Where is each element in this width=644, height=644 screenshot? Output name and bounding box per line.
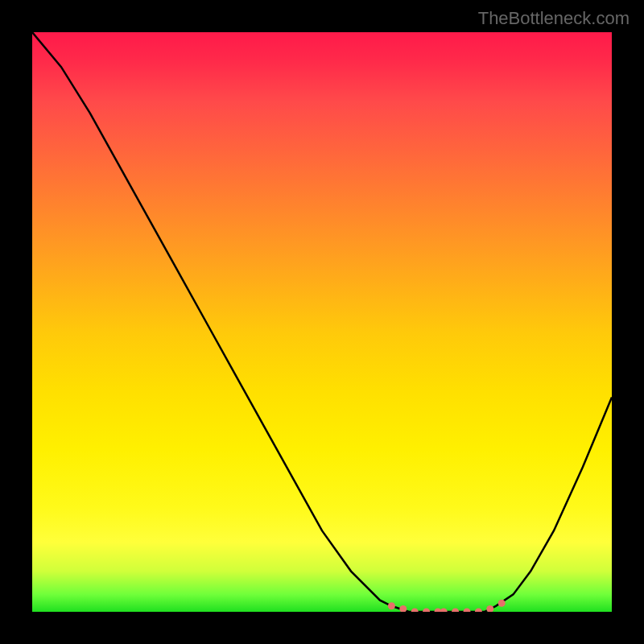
optimal-dot <box>464 609 471 613</box>
chart-area <box>32 32 612 612</box>
optimal-dot <box>388 602 395 609</box>
dots-layer <box>32 32 612 612</box>
optimal-dot <box>440 609 448 613</box>
optimal-dot <box>498 600 506 607</box>
optimal-dot <box>486 605 493 612</box>
watermark-text: TheBottleneck.com <box>478 8 630 29</box>
optimal-dot <box>399 605 407 612</box>
optimal-dot <box>423 609 430 613</box>
optimal-dot <box>411 609 419 613</box>
optimal-range-dots <box>388 600 506 612</box>
optimal-dot <box>452 609 459 613</box>
optimal-dot <box>475 609 482 613</box>
